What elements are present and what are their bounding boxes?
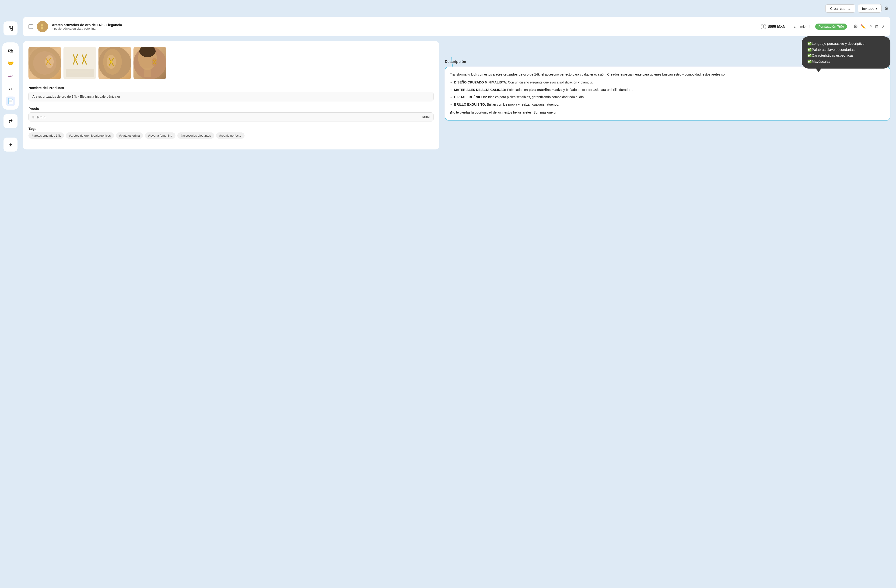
desc-item-2: MATERIALES DE ALTA CALIDAD: Fabricados e… [454, 87, 885, 93]
sidebar-panel-button[interactable]: ⊞ [3, 138, 17, 152]
image-action-icon[interactable]: 🖼 [853, 24, 858, 29]
desc-item-4: BRILLO EXQUISITO: Brillan con luz propia… [454, 102, 885, 108]
left-panel: Nombre del Producto Precio $ MXN Tags [23, 41, 439, 149]
tags-label: Tags [29, 127, 434, 131]
product-status: Optimizado [794, 25, 812, 29]
svg-point-8 [47, 61, 49, 62]
price-dollar-icon: $ [32, 115, 34, 119]
sidebar-item-woo[interactable]: Woo [6, 71, 15, 81]
description-list: DISEÑO CRUZADO MINIMALISTA: Con un diseñ… [450, 80, 885, 108]
product-thumbnail [37, 21, 48, 32]
currency-label: MXN [422, 115, 430, 119]
main-layout: ℕ 🛍 🤝 Woo a 📄 ⇄ ⊞ [0, 17, 896, 166]
delete-action-icon[interactable]: 🗑 [875, 24, 879, 29]
tag-0[interactable]: #aretes cruzados 14k [29, 132, 64, 139]
product-image-2 [64, 47, 96, 79]
svg-point-12 [74, 58, 76, 61]
price-group: Precio $ MXN [29, 106, 434, 122]
chevron-down-icon: ▾ [876, 6, 878, 11]
right-panel: ✅Lenguaje persuasivo y descriptivo ✅Pala… [445, 41, 890, 149]
product-image-3 [99, 47, 131, 79]
share-action-icon[interactable]: ⇗ [869, 24, 872, 29]
price-input-row: $ MXN [29, 112, 434, 122]
product-image-1 [29, 47, 61, 79]
description-intro: Transforma tu look con estos aretes cruz… [450, 72, 885, 77]
product-title: Aretes cruzados de oro de 14k - Eleganci… [52, 23, 757, 27]
sidebar-item-handshake[interactable]: 🤝 [6, 59, 15, 68]
svg-point-0 [37, 21, 48, 32]
product-name-label: Nombre del Producto [29, 86, 434, 90]
desc-item-3: HIPOALERGÉNICOS: Ideales para pieles sen… [454, 94, 885, 100]
expand-action-icon[interactable]: ∧ [882, 24, 885, 29]
edit-action-icon[interactable]: ✏️ [861, 24, 866, 29]
sidebar-share-button[interactable]: ⇄ [3, 114, 17, 128]
tag-3[interactable]: #joyería femenina [145, 132, 175, 139]
tag-5[interactable]: #regalo perfecto [216, 132, 245, 139]
shopify-icon: 🛍 [8, 48, 13, 54]
svg-point-15 [83, 58, 85, 61]
invitado-label: Invitado [862, 6, 874, 11]
content-area: Nombre del Producto Precio $ MXN Tags [23, 41, 890, 149]
amazon-icon: a [9, 86, 12, 91]
create-account-button[interactable]: Crear cuenta [825, 5, 855, 12]
product-name-input[interactable] [29, 92, 434, 102]
product-header-card: Aretes cruzados de oro de 14k - Eleganci… [23, 17, 890, 36]
tag-4[interactable]: #accesorios elegantes [177, 132, 214, 139]
product-image-4 [134, 47, 166, 79]
svg-rect-29 [144, 68, 151, 77]
price-currency-icon: $ [761, 24, 766, 29]
product-subtitle: hipoalergénica en plata esterlina [52, 27, 757, 30]
tags-group: Tags #aretes cruzados 14k #aretes de oro… [29, 127, 434, 139]
description-outro: ¡No te pierdas la oportunidad de lucir e… [450, 110, 885, 115]
sidebar-item-shopify[interactable]: 🛍 [6, 46, 15, 55]
product-checkbox[interactable] [29, 24, 33, 29]
tooltip-item-1: ✅Palabras clave secundarias [807, 47, 885, 53]
header-actions: 🖼 ✏️ ⇗ 🗑 ∧ [853, 24, 885, 29]
sidebar: ℕ 🛍 🤝 Woo a 📄 ⇄ ⊞ [0, 17, 21, 156]
svg-point-5 [45, 55, 54, 68]
score-badge: Puntuación 76% [815, 24, 847, 30]
product-images-row [29, 47, 434, 79]
sidebar-item-file[interactable]: 📄 [6, 97, 15, 106]
panel-icon: ⊞ [8, 141, 12, 147]
handshake-icon: 🤝 [8, 61, 14, 67]
invitado-button[interactable]: Invitado ▾ [858, 4, 882, 12]
price-value-input[interactable] [37, 115, 420, 119]
product-name-group: Nombre del Producto [29, 86, 434, 102]
description-box[interactable]: Transforma tu look con estos aretes cruz… [445, 67, 890, 120]
tooltip-item-0: ✅Lenguaje persuasivo y descriptivo [807, 41, 885, 47]
tooltip-item-3: ✅Mayúsculas [807, 59, 885, 65]
product-price: $ $696 MXN [761, 24, 785, 29]
tooltip-bubble: ✅Lenguaje persuasivo y descriptivo ✅Pala… [802, 36, 890, 68]
woo-icon: Woo [8, 74, 13, 77]
file-icon: 📄 [8, 98, 14, 104]
svg-point-25 [110, 61, 113, 63]
filter-icon[interactable]: ⚙ [884, 6, 888, 11]
topbar: Crear cuenta Invitado ▾ ⚙ [0, 0, 896, 17]
main-content: Aretes cruzados de oro de 14k - Eleganci… [21, 17, 896, 156]
sidebar-item-amazon[interactable]: a [6, 84, 15, 93]
tooltip-item-2: ✅Características específicas [807, 52, 885, 59]
product-title-area: Aretes cruzados de oro de 14k - Eleganci… [52, 23, 757, 30]
share-icon: ⇄ [8, 118, 12, 124]
app-logo: ℕ [3, 21, 17, 35]
tags-area: #aretes cruzados 14k #aretes de oro hipo… [29, 132, 434, 139]
price-label: Precio [29, 106, 434, 111]
sidebar-nav: 🛍 🤝 Woo a 📄 [2, 43, 19, 109]
tag-1[interactable]: #aretes de oro hipoalergénicos [66, 132, 114, 139]
tag-2[interactable]: #plata esterlina [116, 132, 143, 139]
desc-item-1: DISEÑO CRUZADO MINIMALISTA: Con un diseñ… [454, 80, 885, 85]
desc-bold-1: aretes cruzados de oro de 14k [493, 73, 540, 76]
